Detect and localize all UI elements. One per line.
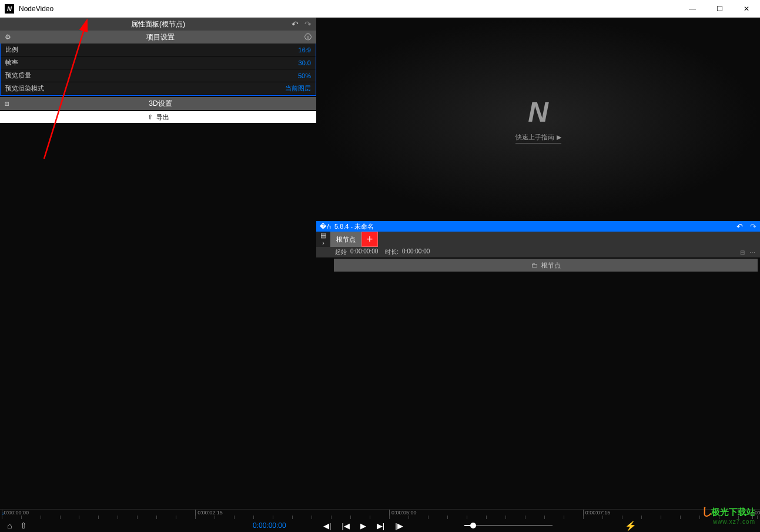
ruler-label: 0:00:07:15 <box>585 510 611 516</box>
left-panel: 属性面板(根节点) ↶ ↷ ⚙ 项目设置 ⓘ 比例 16:9 帧率 30.0 预… <box>0 18 316 509</box>
property-value[interactable]: 30.0 <box>299 59 311 66</box>
slider-thumb[interactable] <box>470 523 476 528</box>
timeline-title: 5.8.4 - 未命名 <box>334 222 374 231</box>
upload-icon: ⇧ <box>148 113 153 121</box>
redo-icon[interactable]: ↷ <box>304 19 312 29</box>
skip-forward-icon[interactable]: |▶ <box>395 521 403 530</box>
property-row[interactable]: 比例 16:9 <box>1 44 316 56</box>
quick-guide-link[interactable]: 快速上手指南 ▶ <box>515 133 561 143</box>
play-icon: ▶ <box>557 133 561 141</box>
hierarchy-icon[interactable]: �ⵄ <box>320 223 331 230</box>
export-label: 导出 <box>156 113 169 122</box>
play-icon[interactable]: ▶ <box>360 521 366 530</box>
chevron-right-icon[interactable]: › <box>322 239 324 247</box>
current-time[interactable]: 0:00:00:00 <box>253 521 286 530</box>
app-title: NodeVideo <box>19 5 53 13</box>
more-icon[interactable]: ⋯ <box>749 249 755 256</box>
help-icon[interactable]: ⓘ <box>304 32 312 42</box>
home-icon[interactable]: ⌂ <box>7 521 12 530</box>
timeline-side-icons[interactable]: ▤ › <box>316 232 330 247</box>
property-label: 帧率 <box>5 58 18 67</box>
export-button[interactable]: ⇧ 导出 <box>0 111 316 123</box>
prev-frame-icon[interactable]: |◀ <box>342 521 349 530</box>
title-bar: N NodeVideo — ☐ ✕ <box>0 0 760 18</box>
watermark-url: www.xz7.com <box>702 518 755 525</box>
properties-header: 属性面板(根节点) ↶ ↷ <box>0 18 316 31</box>
zoom-slider[interactable] <box>464 525 553 526</box>
property-value[interactable]: 50% <box>298 72 311 79</box>
window-controls: — ☐ ✕ <box>679 0 760 18</box>
property-label: 比例 <box>5 45 18 54</box>
share-icon[interactable]: ⇧ <box>20 521 27 530</box>
track-label: 根节点 <box>541 261 561 270</box>
properties-body: 比例 16:9 帧率 30.0 预览质量 50% 预览渲染模式 当前图层 <box>0 44 316 96</box>
start-value[interactable]: 0:00:00:00 <box>350 248 378 256</box>
timeline-tab-root[interactable]: 根节点 <box>330 232 361 247</box>
bottom-bar: ⬦ 0:00:00:000:00:02:150:00:05:000:00:07:… <box>0 509 760 532</box>
properties-title: 属性面板(根节点) <box>131 19 185 29</box>
folder-icon: 🗀 <box>531 262 538 269</box>
next-frame-icon[interactable]: ▶| <box>377 521 384 530</box>
timeline-tabs: ▤ › 根节点 + <box>316 232 760 247</box>
project-settings-header[interactable]: ⚙ 项目设置 ⓘ <box>0 31 316 44</box>
watermark: し极光下载站 www.xz7.com <box>702 504 755 525</box>
main-area: 属性面板(根节点) ↶ ↷ ⚙ 项目设置 ⓘ 比例 16:9 帧率 30.0 预… <box>0 18 760 509</box>
duration-label: 时长: <box>385 248 399 256</box>
property-row[interactable]: 预览渲染模式 当前图层 <box>1 82 316 95</box>
property-label: 预览渲染模式 <box>5 84 44 93</box>
project-settings-title: 项目设置 <box>16 32 304 42</box>
gear-icon: ⚙ <box>5 33 11 41</box>
right-panel: N 快速上手指南 ▶ �ⵄ 5.8.4 - 未命名 ↶ ↷ ▤ › 根节点 + <box>316 18 760 509</box>
playback-controls: ⌂ ⇧ 0:00:00:00 ◀| |◀ ▶ ▶| |▶ ⚡ <box>0 519 760 532</box>
timeline-header: �ⵄ 5.8.4 - 未命名 ↶ ↷ <box>316 221 760 232</box>
3d-settings-header[interactable]: ⧈ 3D设置 <box>0 97 316 110</box>
minimize-button[interactable]: — <box>679 0 706 18</box>
property-row[interactable]: 帧率 30.0 <box>1 56 316 69</box>
undo-icon[interactable]: ↶ <box>292 19 299 29</box>
app-logo-icon: N <box>5 4 14 14</box>
quick-guide-label: 快速上手指南 <box>515 133 554 142</box>
property-value[interactable]: 当前图层 <box>285 84 311 93</box>
timeline-panel: �ⵄ 5.8.4 - 未命名 ↶ ↷ ▤ › 根节点 + 起始 0:00:00:… <box>316 221 760 509</box>
add-tab-button[interactable]: + <box>361 232 378 247</box>
timeline-redo-icon[interactable]: ↷ <box>750 222 756 231</box>
timeline-track-root[interactable]: 🗀 根节点 <box>334 259 758 272</box>
property-label: 预览质量 <box>5 71 31 80</box>
close-button[interactable]: ✕ <box>733 0 760 18</box>
watermark-title: 极光下载站 <box>711 507 755 517</box>
3d-settings-title: 3D设置 <box>9 99 312 109</box>
duration-value[interactable]: 0:00:00:00 <box>402 248 430 256</box>
ruler-label: 0:00:05:00 <box>391 510 417 516</box>
ruler-label: 0:00:02:15 <box>197 510 223 516</box>
ruler-label: 0:00:00:00 <box>4 510 29 516</box>
list-icon[interactable]: ▤ <box>320 232 326 239</box>
timeline-info-bar: 起始 0:00:00:00 时长: 0:00:00:00 ⊟ ⋯ <box>316 247 760 257</box>
time-ruler[interactable]: ⬦ 0:00:00:000:00:02:150:00:05:000:00:07:… <box>0 509 760 519</box>
skip-back-icon[interactable]: ◀| <box>323 521 331 530</box>
collapse-icon[interactable]: ⊟ <box>740 249 745 256</box>
flash-icon[interactable]: ⚡ <box>625 520 637 531</box>
maximize-button[interactable]: ☐ <box>706 0 733 18</box>
preview-logo-icon: N <box>528 96 548 128</box>
property-value[interactable]: 16:9 <box>299 46 311 53</box>
cube-icon: ⧈ <box>5 99 9 108</box>
timeline-undo-icon[interactable]: ↶ <box>736 222 743 231</box>
property-row[interactable]: 预览质量 50% <box>1 69 316 82</box>
start-label: 起始 <box>335 248 347 256</box>
preview-area: N 快速上手指南 ▶ <box>316 18 760 221</box>
